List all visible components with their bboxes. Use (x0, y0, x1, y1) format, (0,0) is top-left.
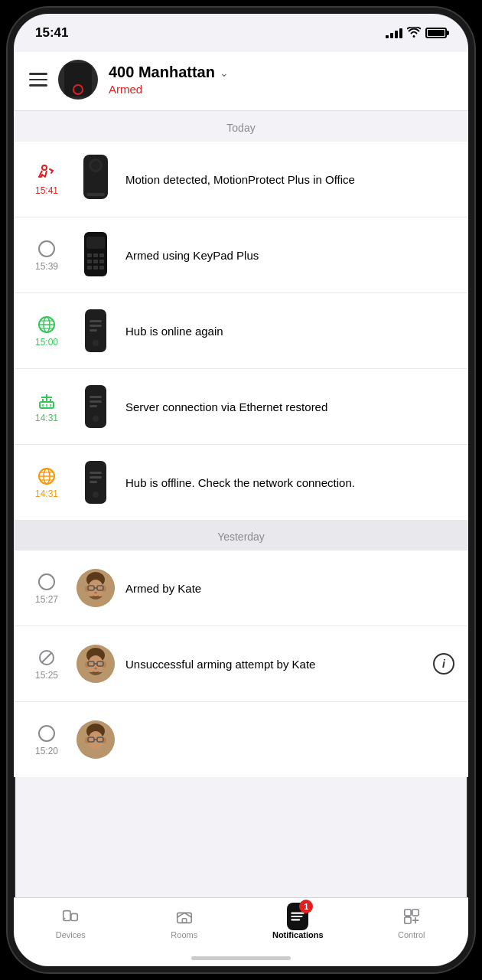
location-title: 400 Manhattan (109, 64, 215, 81)
svg-rect-46 (90, 472, 102, 474)
svg-rect-86 (405, 910, 411, 916)
status-bar: 15:41 (14, 14, 468, 52)
header: 400 Manhattan ⌄ Armed (14, 52, 468, 111)
nav-label-devices: Devices (56, 930, 86, 939)
svg-point-25 (93, 340, 99, 346)
notif-left: 15:20 (28, 723, 66, 756)
svg-point-0 (42, 165, 47, 170)
svg-rect-13 (87, 266, 92, 270)
notifications-icon: 1 (287, 906, 308, 927)
info-button[interactable]: i (433, 653, 454, 675)
control-icon (401, 906, 422, 927)
notif-message: Hub is offline. Check the network connec… (125, 475, 454, 491)
svg-point-3 (91, 161, 100, 170)
svg-rect-14 (93, 266, 98, 270)
svg-rect-24 (90, 329, 97, 332)
avatar-container (77, 713, 115, 766)
notification-item[interactable]: 15:20 (14, 702, 468, 777)
notification-item[interactable]: 15:00 Hub is online again (14, 293, 468, 369)
svg-rect-22 (90, 320, 102, 322)
rooms-icon (174, 906, 195, 927)
globe-offline-icon (36, 466, 57, 487)
notification-item[interactable]: 14:31 Hub is offline. Check the network … (14, 445, 468, 520)
notif-left: 15:00 (28, 314, 66, 348)
nav-item-notifications[interactable]: 1 Notifications (241, 904, 355, 941)
hub-avatar (58, 60, 98, 100)
armed-icon (36, 238, 57, 260)
notif-left: 15:27 (28, 571, 66, 605)
notif-message: Armed by Kate (125, 580, 454, 596)
svg-rect-88 (405, 917, 411, 923)
notif-message: Motion detected, MotionProtect Plus in O… (125, 172, 454, 188)
armed-icon (36, 571, 57, 593)
arm-status: Armed (109, 83, 453, 96)
status-icons (386, 27, 447, 40)
signal-bars-icon (386, 28, 402, 38)
svg-point-53 (85, 586, 90, 592)
globe-online-icon (36, 314, 57, 335)
circle-icon (36, 723, 57, 744)
svg-rect-23 (90, 325, 102, 327)
device-image (77, 152, 115, 206)
notif-left: 15:39 (28, 238, 66, 272)
svg-point-49 (93, 492, 99, 498)
avatar-container (77, 637, 115, 691)
banned-icon (36, 647, 57, 668)
notification-item[interactable]: 14:31 Server connection via Ethernet res… (14, 369, 468, 445)
status-time: 15:41 (35, 25, 68, 41)
svg-point-52 (88, 580, 103, 598)
header-title-row[interactable]: 400 Manhattan ⌄ (109, 64, 453, 81)
svg-point-65 (102, 662, 106, 668)
notif-time: 14:31 (35, 413, 58, 423)
svg-rect-4 (86, 193, 105, 196)
notif-time: 15:00 (35, 337, 58, 348)
svg-point-64 (85, 662, 90, 668)
svg-point-73 (85, 737, 90, 743)
svg-rect-80 (71, 913, 77, 920)
svg-rect-36 (90, 396, 102, 398)
notif-time: 15:39 (35, 261, 58, 272)
notif-message: Unsuccessful arming attempt by Kate (125, 656, 422, 672)
nav-item-devices[interactable]: Devices (14, 904, 128, 941)
notif-message: Server connection via Ethernet restored (125, 399, 454, 415)
notif-time: 14:31 (35, 488, 58, 499)
notif-time: 15:20 (35, 746, 58, 756)
svg-rect-37 (90, 400, 102, 403)
notification-item[interactable]: 15:39 (14, 217, 468, 293)
notif-left: 14:31 (28, 390, 66, 423)
svg-rect-15 (99, 266, 104, 270)
nav-label-rooms: Rooms (171, 930, 197, 939)
notif-message: Armed using KeyPad Plus (125, 247, 454, 263)
nav-item-rooms[interactable]: Rooms (128, 904, 242, 941)
ethernet-icon (36, 390, 57, 411)
device-image (77, 456, 115, 509)
svg-rect-12 (99, 260, 104, 263)
notification-item[interactable]: 15:41 Motion detected, MotionProtect Plu… (14, 142, 468, 217)
notif-left: 15:41 (28, 162, 66, 196)
wifi-icon (407, 27, 421, 40)
nav-item-control[interactable]: Control (355, 904, 469, 941)
notif-time: 15:27 (35, 594, 58, 605)
content-scroll[interactable]: Today 15:41 (14, 111, 468, 910)
notif-time: 15:41 (35, 185, 58, 196)
svg-rect-9 (99, 253, 104, 257)
menu-button[interactable] (29, 73, 47, 87)
notif-left: 14:31 (28, 466, 66, 499)
svg-point-74 (102, 737, 106, 743)
svg-point-72 (88, 731, 103, 750)
svg-rect-10 (87, 260, 92, 263)
header-info: 400 Manhattan ⌄ Armed (109, 64, 453, 96)
svg-rect-38 (90, 405, 97, 407)
device-image (77, 380, 115, 433)
svg-rect-6 (86, 237, 105, 249)
notification-item[interactable]: 15:27 (14, 550, 468, 626)
svg-point-39 (93, 416, 99, 422)
avatar-container (77, 561, 115, 615)
svg-rect-11 (93, 260, 98, 263)
user-avatar (77, 720, 115, 759)
home-indicator (191, 956, 291, 960)
notif-left: 15:25 (28, 647, 66, 681)
svg-point-69 (94, 668, 97, 670)
nav-label-control: Control (398, 930, 425, 939)
notification-item[interactable]: 15:25 (14, 626, 468, 702)
